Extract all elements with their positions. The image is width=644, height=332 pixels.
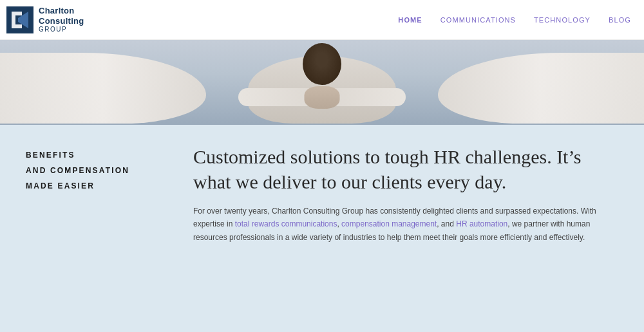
- company-name2: Consulting: [39, 16, 84, 26]
- left-column: BENEFITS AND COMPENSATION MADE EASIER: [26, 144, 167, 197]
- body-text: For over twenty years, Charlton Consulti…: [193, 205, 618, 244]
- logo-icon: [6, 6, 33, 33]
- hero-figure: [0, 40, 644, 125]
- main-nav: HOME COMMUNICATIONS TECHNOLOGY BLOG: [398, 16, 631, 24]
- content-section: BENEFITS AND COMPENSATION MADE EASIER Cu…: [0, 125, 644, 332]
- nav-item-blog[interactable]: BLOG: [609, 16, 631, 24]
- hero-image: [0, 40, 644, 125]
- tagline-line-3: MADE EASIER: [26, 181, 167, 190]
- header: Charlton Consulting GROUP HOME COMMUNICA…: [0, 0, 644, 40]
- tagline-line-1: BENEFITS: [26, 151, 167, 160]
- nav-item-communications[interactable]: COMMUNICATIONS: [440, 16, 516, 24]
- logo-area: Charlton Consulting GROUP: [6, 6, 84, 33]
- company-group: GROUP: [39, 26, 84, 33]
- body-text-3: , and: [437, 219, 456, 228]
- main-heading: Customized solutions to tough HR challen…: [193, 144, 618, 194]
- logo-text: Charlton Consulting GROUP: [39, 6, 84, 33]
- link-hr-automation[interactable]: HR automation: [456, 219, 507, 228]
- tagline-line-2: AND COMPENSATION: [26, 166, 167, 175]
- nav-item-technology[interactable]: TECHNOLOGY: [534, 16, 591, 24]
- nav-item-home[interactable]: HOME: [398, 16, 422, 24]
- right-column: Customized solutions to tough HR challen…: [193, 144, 618, 244]
- link-compensation[interactable]: compensation management: [341, 219, 437, 228]
- link-total-rewards[interactable]: total rewards communications: [235, 219, 337, 228]
- company-name: Charlton: [39, 6, 84, 16]
